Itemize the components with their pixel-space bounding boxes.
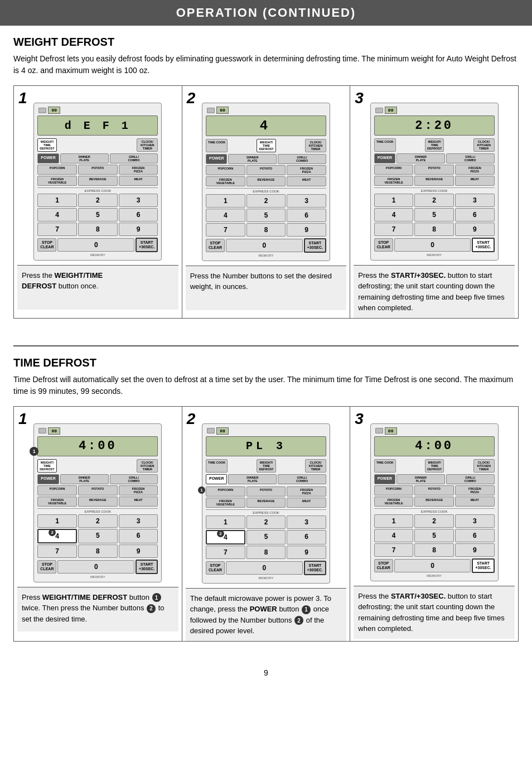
mw-dinner-btn-2[interactable]: DINNERPLATE [228,154,277,164]
numpad-td-3-7[interactable]: 7 [374,543,414,557]
mw-zero-btn-3[interactable]: 0 [394,238,471,252]
numpad-6-btn[interactable]: 6 [119,208,158,221]
mw-start-btn-2[interactable]: START+30SEC. [304,238,326,252]
mw-weight-defrost-btn-td-2[interactable]: WEIGHT/TIMEDEFROST [257,459,275,473]
mw-timecook-btn-td-3[interactable]: TIME COOK [374,459,396,473]
mw-start-btn-1[interactable]: START+30SEC. [136,238,158,252]
numpad3-5-btn[interactable]: 5 [414,208,454,221]
mw-stop-btn-td-3[interactable]: STOPCLEAR [374,559,393,572]
mw-beverage-btn-1[interactable]: BEVERAGE [78,176,118,186]
numpad3-9-btn[interactable]: 9 [455,223,495,236]
mw-potato-btn-1[interactable]: POTATO [78,165,118,175]
mw-power-btn-1[interactable]: POWER [37,153,59,163]
mw-dinner-btn-td-1[interactable]: DINNERPLATE [60,474,109,484]
numpad-td-1-8[interactable]: 8 [78,544,118,558]
numpad-5-btn[interactable]: 5 [78,208,118,221]
mw-dinner-btn-3[interactable]: DINNERPLATE [396,153,445,163]
mw-beverage-btn-td-3[interactable]: BEVERAGE [414,497,454,507]
mw-clock-btn-td-3[interactable]: CLOCK/KITCHENTIMER [473,459,495,473]
mw-zero-btn-td-3[interactable]: 0 [394,559,471,572]
mw-frozen-pizza-btn-td-2[interactable]: FROZENPIZZA [287,486,326,497]
numpad-9-btn[interactable]: 9 [119,223,158,236]
mw-meat-btn-1[interactable]: MEAT [119,176,158,186]
mw-frozen-veg-btn-td-1[interactable]: FROZENVEGETABLE [37,497,77,507]
mw-stop-btn-td-1[interactable]: STOPCLEAR [37,560,56,573]
mw-meat-btn-td-1[interactable]: MEAT [119,497,158,507]
numpad-td-3-2[interactable]: 2 [414,514,454,528]
numpad-td-2-7[interactable]: 7 [206,546,245,559]
mw-power-btn-td-2[interactable]: POWER [206,474,227,484]
mw-grill-btn-3[interactable]: GRILL/COMBO [446,153,495,163]
mw-meat-btn-3[interactable]: MEAT [455,176,495,186]
numpad-td-1-3[interactable]: 3 [119,514,158,528]
numpad-2-btn[interactable]: 2 [78,194,118,207]
mw-start-btn-3[interactable]: START+30SEC. [472,238,494,252]
mw-clock-btn-3[interactable]: CLOCK/KITCHENTIMER [473,138,495,152]
numpad-td-2-1[interactable]: 1 [206,515,245,529]
mw-frozen-veg-btn-td-2[interactable]: FROZENVEGETABLE [206,498,245,508]
numpad3-3-btn[interactable]: 3 [455,194,495,207]
mw-meat-btn-td-2[interactable]: MEAT [287,498,326,508]
mw-stop-btn-2[interactable]: STOPCLEAR [206,239,225,252]
numpad-td-1-7[interactable]: 7 [37,544,77,558]
mw-frozen-pizza-btn-1[interactable]: FROZENPIZZA [119,165,158,175]
numpad-td-2-8[interactable]: 8 [246,546,286,559]
mw-clock-btn-2[interactable]: CLOCK/KITCHENTIMER [305,139,326,152]
mw-timecook-btn-td-2[interactable]: TIME COOK [206,459,228,473]
mw-beverage-btn-td-2[interactable]: BEVERAGE [246,498,286,508]
numpad-td-3-4[interactable]: 4 [374,529,414,542]
numpad2-7-btn[interactable]: 7 [206,223,245,237]
mw-popcorn-btn-td-3[interactable]: POPCORN [374,485,414,495]
mw-clock-btn-td-1[interactable]: CLOCK/KITCHENTIMER [137,459,158,473]
mw-grill-btn-td-1[interactable]: GRILL/COMBO [110,474,158,484]
mw-start-btn-td-2[interactable]: START+30SEC. [304,561,326,575]
numpad-td-3-9[interactable]: 9 [455,543,495,557]
numpad-td-1-2[interactable]: 2 [78,514,118,528]
mw-popcorn-btn-3[interactable]: POPCORN [374,165,414,175]
numpad-td-2-4[interactable]: 4 2 [206,530,245,544]
mw-grill-btn-td-2[interactable]: GRILL/COMBO [278,474,326,484]
numpad-1-btn[interactable]: 1 [37,194,77,207]
mw-dinner-btn-td-3[interactable]: DINNERPLATE [396,474,445,484]
mw-stop-btn-3[interactable]: STOPCLEAR [374,238,393,251]
mw-start-btn-td-1[interactable]: START+30SEC. [136,560,158,574]
numpad2-5-btn[interactable]: 5 [246,209,286,222]
numpad-td-3-6[interactable]: 6 [455,529,495,542]
mw-start-btn-td-3[interactable]: START+30SEC. [472,558,494,572]
numpad-td-1-4[interactable]: 4 2 [37,529,77,543]
mw-potato-btn-td-3[interactable]: POTATO [414,485,454,495]
numpad2-4-btn[interactable]: 4 [206,209,245,222]
mw-popcorn-btn-td-1[interactable]: POPCORN [37,485,77,495]
numpad-3-btn[interactable]: 3 [119,194,158,207]
numpad-td-3-5[interactable]: 5 [414,529,454,542]
numpad3-6-btn[interactable]: 6 [455,208,495,221]
mw-popcorn-btn-2[interactable]: POPCORN [206,165,245,175]
mw-frozen-veg-btn-2[interactable]: FROZENVEGETABLE [206,176,245,186]
mw-frozen-pizza-btn-td-3[interactable]: FROZENPIZZA [455,485,495,495]
mw-beverage-btn-2[interactable]: BEVERAGE [246,176,286,186]
mw-dinner-btn-1[interactable]: DINNERPLATE [60,153,109,163]
mw-zero-btn-td-1[interactable]: 0 [57,560,134,574]
mw-stop-btn-td-2[interactable]: STOPCLEAR [206,561,225,574]
mw-popcorn-btn-1[interactable]: POPCORN [37,165,77,175]
numpad-td-2-9[interactable]: 9 [287,546,326,559]
numpad-7-btn[interactable]: 7 [37,223,77,236]
mw-frozen-veg-btn-td-3[interactable]: FROZENVEGETABLE [374,497,414,507]
numpad3-7-btn[interactable]: 7 [374,223,414,236]
mw-potato-btn-3[interactable]: POTATO [414,165,454,175]
mw-grill-btn-1[interactable]: GRILL/COMBO [110,153,158,163]
numpad2-2-btn[interactable]: 2 [246,194,286,208]
mw-zero-btn-2[interactable]: 0 [226,239,303,252]
mw-stop-btn-1[interactable]: STOPCLEAR [37,238,56,251]
mw-clock-btn-1[interactable]: CLOCK/KITCHENTIMER [137,138,158,152]
numpad2-9-btn[interactable]: 9 [287,223,326,237]
numpad-td-3-3[interactable]: 3 [455,514,495,528]
mw-beverage-btn-td-1[interactable]: BEVERAGE [78,497,118,507]
numpad-td-1-6[interactable]: 6 [119,529,158,543]
numpad-td-2-5[interactable]: 5 [246,530,286,544]
mw-timecook-btn-3[interactable]: TIME COOK [374,138,396,152]
mw-power-btn-td-3[interactable]: POWER [374,474,395,484]
mw-power-btn-2[interactable]: POWER [206,154,227,164]
mw-beverage-btn-3[interactable]: BEVERAGE [414,176,454,186]
mw-frozen-veg-btn-3[interactable]: FROZENVEGETABLE [374,176,414,186]
